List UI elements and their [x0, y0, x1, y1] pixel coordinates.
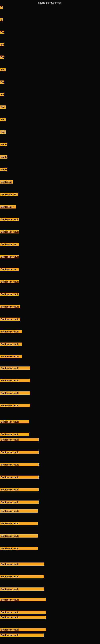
bottleneck-badge-30[interactable]: Bottleneck result	[0, 379, 30, 382]
badge-container-12: Bottle	[0, 155, 7, 160]
bottleneck-badge-13[interactable]: Bottle	[0, 168, 7, 171]
bottleneck-badge-37[interactable]: Bottleneck result	[0, 463, 39, 466]
bottleneck-badge-20[interactable]: Bottleneck result	[0, 255, 19, 258]
bottleneck-badge-18[interactable]: Bottleneck result	[0, 230, 19, 234]
badge-container-15: Bottleneck resu	[0, 193, 18, 197]
bottleneck-badge-53[interactable]: Bottleneck result	[0, 634, 44, 637]
bottleneck-badge-27[interactable]: Bottleneck result	[0, 342, 22, 346]
badge-container-35: Bottleneck result	[0, 438, 39, 442]
badge-container-10: Bott	[0, 130, 6, 134]
bottleneck-badge-4[interactable]: Bo	[0, 56, 4, 59]
bottleneck-badge-36[interactable]: Bottleneck result	[0, 450, 39, 454]
badge-container-41: Bottleneck result	[0, 509, 38, 514]
badge-container-3: Bo	[0, 43, 4, 47]
bottleneck-badge-5[interactable]: Bot	[0, 68, 6, 71]
bottleneck-badge-3[interactable]: Bo	[0, 43, 4, 46]
bottleneck-badge-19[interactable]: Bottleneck resu	[0, 243, 19, 246]
bottleneck-badge-0[interactable]: B	[0, 6, 3, 9]
bottleneck-badge-39[interactable]: Bottleneck result	[0, 488, 39, 491]
badge-container-43: Bottleneck result	[0, 534, 38, 538]
bottleneck-badge-33[interactable]: Bottleneck result	[0, 420, 29, 424]
bottleneck-badge-9[interactable]: Bot	[0, 118, 6, 121]
bottleneck-badge-40[interactable]: Bottleneck result	[0, 500, 39, 504]
badge-container-30: Bottleneck result	[0, 379, 30, 383]
bottleneck-badge-34[interactable]: Bottleneck result	[0, 433, 29, 436]
badge-container-4: Bo	[0, 56, 4, 60]
bottleneck-badge-47[interactable]: Bottleneck result	[0, 588, 44, 591]
bottleneck-badge-38[interactable]: Bottleneck result	[0, 476, 39, 479]
bottleneck-badge-25[interactable]: Bottleneck result	[0, 318, 20, 321]
bottleneck-badge-7[interactable]: Bo	[0, 93, 4, 96]
badge-container-20: Bottleneck result	[0, 255, 19, 259]
bottleneck-badge-17[interactable]: Bottleneck result	[0, 218, 19, 221]
badge-container-5: Bot	[0, 68, 6, 72]
bottleneck-badge-2[interactable]: Bo	[0, 30, 4, 34]
badge-container-44: Bottleneck result	[0, 547, 38, 551]
badge-container-6: Bo	[0, 80, 4, 84]
badge-container-23: Bottleneck result	[0, 292, 19, 297]
bottleneck-badge-8[interactable]: Bot	[0, 106, 6, 109]
bottleneck-badge-45[interactable]: Bottleneck result	[0, 562, 44, 566]
badge-container-50: Bottleneck result	[0, 616, 46, 620]
bottleneck-badge-46[interactable]: Bottleneck result	[0, 575, 44, 578]
bottleneck-badge-15[interactable]: Bottleneck resu	[0, 193, 18, 196]
badge-container-0: B	[0, 6, 3, 10]
badge-container-22: Bottleneck result	[0, 280, 19, 284]
badge-container-51: Bottleneck result	[0, 628, 46, 632]
bottleneck-badge-32[interactable]: Bottleneck result	[0, 404, 30, 407]
bottleneck-badge-51[interactable]: Bottleneck result	[0, 628, 46, 631]
badge-container-53: Bottleneck result	[0, 634, 44, 638]
bottleneck-badge-23[interactable]: Bottleneck result	[0, 292, 19, 296]
badge-container-21: Bottleneck res	[0, 268, 19, 272]
badge-container-42: Bottleneck result	[0, 522, 38, 526]
badge-container-27: Bottleneck result	[0, 342, 22, 346]
badge-container-29: Bottleneck result	[0, 366, 30, 370]
site-title: TheBottlenecker.com	[38, 1, 62, 4]
bottleneck-badge-48[interactable]: Bottleneck result	[0, 598, 46, 601]
bottleneck-badge-29[interactable]: Bottleneck result	[0, 366, 30, 370]
bottleneck-badge-10[interactable]: Bott	[0, 130, 6, 134]
bottleneck-badge-26[interactable]: Bottleneck result	[0, 330, 22, 333]
badge-container-28: Bottleneck result	[0, 355, 22, 359]
badge-container-37: Bottleneck result	[0, 463, 39, 467]
bottleneck-badge-22[interactable]: Bottleneck result	[0, 280, 19, 283]
badge-container-19: Bottleneck resu	[0, 243, 19, 247]
bottleneck-badge-1[interactable]: B	[0, 18, 3, 21]
badge-container-7: Bo	[0, 93, 4, 97]
badge-container-26: Bottleneck result	[0, 330, 22, 334]
bottleneck-badge-24[interactable]: Bottleneck result	[0, 305, 20, 308]
bottleneck-badge-41[interactable]: Bottleneck result	[0, 509, 38, 512]
bottleneck-badge-28[interactable]: Bottleneck result	[0, 355, 22, 358]
badge-container-25: Bottleneck result	[0, 318, 20, 322]
badge-container-45: Bottleneck result	[0, 562, 44, 566]
bottleneck-badge-6[interactable]: Bo	[0, 80, 4, 84]
bottleneck-badge-11[interactable]: Bottle	[0, 143, 7, 146]
badge-container-11: Bottle	[0, 143, 7, 147]
bottleneck-badge-14[interactable]: Bottleneck	[0, 180, 13, 184]
badge-container-14: Bottleneck	[0, 180, 13, 184]
badge-container-32: Bottleneck result	[0, 404, 30, 408]
badge-container-40: Bottleneck result	[0, 500, 39, 504]
badge-container-2: Bo	[0, 30, 4, 34]
bottleneck-badge-12[interactable]: Bottle	[0, 155, 7, 158]
badge-container-13: Bottle	[0, 168, 7, 172]
bottleneck-badge-43[interactable]: Bottleneck result	[0, 534, 38, 538]
badge-container-24: Bottleneck result	[0, 305, 20, 309]
badge-container-16: Bottleneck r	[0, 205, 16, 209]
badge-container-8: Bot	[0, 106, 6, 110]
badge-container-9: Bot	[0, 118, 6, 122]
badge-container-47: Bottleneck result	[0, 588, 44, 592]
bottleneck-badge-31[interactable]: Bottleneck result	[0, 392, 30, 395]
badge-container-46: Bottleneck result	[0, 575, 44, 579]
badge-container-48: Bottleneck result	[0, 598, 46, 602]
badge-container-49: Bottleneck result	[0, 610, 46, 614]
bottleneck-badge-49[interactable]: Bottleneck result	[0, 610, 46, 614]
badge-container-34: Bottleneck result	[0, 433, 29, 437]
bottleneck-badge-21[interactable]: Bottleneck res	[0, 268, 19, 271]
bottleneck-badge-50[interactable]: Bottleneck result	[0, 616, 46, 619]
bottleneck-badge-35[interactable]: Bottleneck result	[0, 438, 39, 441]
bottleneck-badge-16[interactable]: Bottleneck r	[0, 205, 16, 208]
bottleneck-badge-42[interactable]: Bottleneck result	[0, 522, 38, 525]
badge-container-18: Bottleneck result	[0, 230, 19, 234]
bottleneck-badge-44[interactable]: Bottleneck result	[0, 547, 38, 550]
